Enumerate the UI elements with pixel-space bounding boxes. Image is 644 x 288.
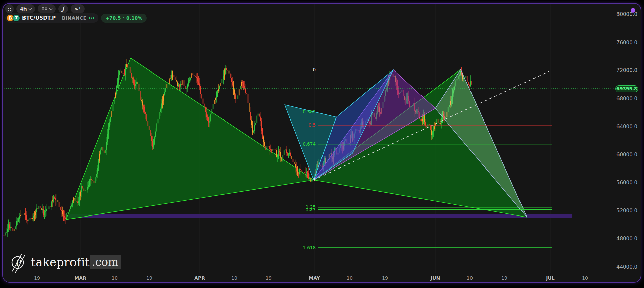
chevron-down-icon [49, 7, 52, 10]
price-tick-60000.0: 60000.0 [616, 152, 637, 158]
current-price-label: 69395.8 [615, 85, 638, 92]
fib-label-1: 1 [313, 177, 316, 182]
fib-label-0.5: 0.5 [309, 122, 316, 128]
pattern-tool-button[interactable]: ∿⁺ [71, 4, 85, 13]
toolbar: 4h ƒ ∿⁺ [5, 4, 85, 13]
watermark-tld: .com [90, 255, 121, 269]
svg-text:P: P [16, 258, 21, 268]
symbol-info[interactable]: ₿ ₮ BTC/USDT.P · BINANCE [5, 13, 98, 23]
watermark-brand: takeprofit [31, 255, 90, 269]
chart-style-selector[interactable] [38, 4, 56, 13]
candlestick-icon [41, 6, 48, 12]
exchange-name: BINANCE [62, 15, 87, 21]
time-tick-10: 10 [347, 275, 353, 281]
price-tick-52000.0: 52000.0 [616, 208, 637, 214]
fib-label-0.674: 0.674 [303, 141, 316, 147]
chevron-down-icon [28, 7, 32, 10]
price-change-badge: +70.5 · 0.10% [101, 14, 147, 23]
time-tick-MAR: MAR [74, 275, 86, 281]
time-tick-19: 19 [501, 275, 507, 281]
fib-label-1.27: 1.27 [306, 207, 316, 212]
fib-label-0.382: 0.382 [303, 109, 316, 114]
timeframe-selector[interactable]: 4h [16, 4, 35, 13]
time-tick-19: 19 [382, 275, 388, 281]
timeframe-label: 4h [20, 6, 27, 12]
drag-handle[interactable] [5, 4, 14, 13]
grid-dots-icon [8, 7, 11, 11]
symbol-ticker: BTC/USDT.P [22, 15, 56, 21]
price-tick-72000.0: 72000.0 [616, 67, 637, 74]
price-tick-80000.0: 80000.0 [616, 11, 637, 17]
price-tick-48000.0: 48000.0 [616, 236, 637, 242]
chart-canvas[interactable]: 00.3820.50.67411.251.271.618 [2, 3, 641, 283]
wave-plus-icon: ∿⁺ [75, 6, 81, 12]
live-broadcast-icon [89, 16, 94, 20]
takeprofit-logo-icon: P [9, 252, 27, 273]
fib-label-1.618: 1.618 [303, 245, 316, 250]
time-tick-JUL: JUL [546, 275, 555, 281]
time-tick-10: 10 [112, 275, 118, 281]
watermark-link[interactable]: P takeprofit .com [9, 252, 121, 273]
time-tick-10: 10 [231, 275, 237, 281]
function-icon: ƒ [62, 6, 64, 12]
bitcoin-icon: ₿ [7, 15, 14, 21]
price-tick-68000.0: 68000.0 [616, 96, 637, 102]
price-tick-56000.0: 56000.0 [616, 180, 637, 186]
support-zone-band[interactable] [69, 214, 572, 218]
time-tick-19: 19 [266, 275, 272, 281]
bullish-triangle-left[interactable] [66, 58, 314, 220]
trading-app-window: 00.3820.50.67411.251.271.618 4h [0, 0, 644, 288]
symbol-bar: ₿ ₮ BTC/USDT.P · BINANCE +70.5 · 0.10% [5, 13, 147, 23]
time-tick-MAY: MAY [309, 275, 320, 281]
price-tick-76000.0: 76000.0 [616, 40, 637, 46]
chart-frame: 00.3820.50.67411.251.271.618 4h [2, 3, 641, 283]
time-tick-10: 10 [582, 275, 588, 281]
time-tick-19: 19 [146, 275, 152, 281]
time-tick-JUN: JUN [431, 275, 440, 281]
indicators-button[interactable]: ƒ [58, 4, 68, 13]
price-tick-64000.0: 64000.0 [616, 124, 637, 130]
price-tick-44000.0: 44000.0 [616, 264, 637, 270]
time-tick-10: 10 [467, 275, 473, 281]
fib-label-0: 0 [313, 67, 316, 73]
tether-icon: ₮ [13, 15, 20, 21]
time-tick-APR: APR [194, 275, 205, 281]
separator-dot: · [58, 15, 59, 21]
time-tick-19: 19 [34, 275, 40, 281]
